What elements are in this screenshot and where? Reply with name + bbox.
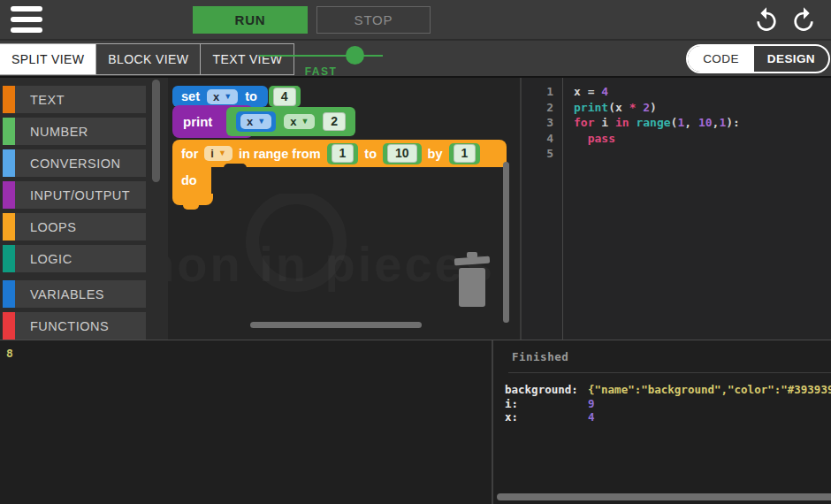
app-window: RUN STOP SPLIT VIEWBLOCK VIEWTEXT VIEW F… — [0, 0, 831, 504]
category-text[interactable]: TEXT — [3, 86, 146, 113]
category-label: FUNCTIONS — [30, 319, 109, 333]
variable-dropdown[interactable]: x▼ — [207, 89, 238, 104]
number-value-block[interactable]: 4 — [269, 86, 301, 107]
code-token: x = — [574, 85, 601, 98]
menu-icon[interactable] — [11, 6, 42, 33]
loop-body-slot[interactable] — [211, 167, 507, 194]
category-functions[interactable]: FUNCTIONS — [3, 312, 146, 340]
variables-horizontal-scrollbar[interactable] — [497, 493, 831, 500]
execution-status: Finished — [493, 350, 831, 363]
line-number: 3 — [522, 115, 562, 131]
dropdown-arrow-icon: ▼ — [218, 149, 226, 157]
view-toolbar: SPLIT VIEWBLOCK VIEWTEXT VIEW FAST CODE … — [0, 41, 831, 78]
number-input[interactable]: 2 — [323, 112, 346, 131]
code-token: in — [615, 116, 636, 129]
redo-icon[interactable] — [789, 6, 818, 34]
code-token: ) — [650, 101, 657, 114]
console-output-panel: 8 — [0, 340, 492, 504]
canvas-vertical-scrollbar[interactable] — [503, 162, 509, 323]
category-variables[interactable]: VARIABLES — [3, 280, 146, 308]
speed-slider-knob[interactable] — [346, 46, 364, 65]
number-input[interactable]: 10 — [387, 144, 417, 163]
range-by-block[interactable]: 1 — [449, 143, 481, 164]
range-from-block[interactable]: 1 — [327, 143, 359, 164]
category-conversion[interactable]: CONVERSION — [3, 149, 146, 177]
code-line: 4 pass — [522, 131, 831, 147]
code-line: 1 x = 4 — [522, 84, 831, 100]
block-canvas[interactable]: python in pieces set x▼ to 4 print x▼ x▼… — [168, 78, 522, 340]
speed-label: FAST — [259, 65, 383, 78]
number-input[interactable]: 1 — [454, 144, 476, 163]
variable-dropdown[interactable]: x▼ — [240, 114, 271, 129]
number-input[interactable]: 1 — [332, 144, 355, 163]
speed-slider-track[interactable] — [259, 55, 383, 57]
category-color-strip — [3, 245, 15, 272]
main-split: TEXT NUMBER CONVERSION INPUT/OUTPUT LOOP… — [0, 78, 831, 340]
category-color-strip — [3, 312, 15, 340]
code-text: pass — [562, 131, 615, 147]
dropdown-arrow-icon: ▼ — [224, 93, 232, 101]
dropdown-arrow-icon: ▼ — [301, 118, 309, 126]
console-output: 8 — [6, 347, 13, 360]
category-label: VARIABLES — [30, 287, 104, 302]
set-variable-block[interactable]: set x▼ to 4 — [172, 86, 301, 107]
variable-row: i: 9 — [493, 397, 831, 411]
code-token: 4 — [601, 85, 608, 98]
variable-value: {"name":"background","color":"#393939"} — [588, 383, 831, 397]
mode-design-button[interactable]: DESIGN — [754, 46, 828, 72]
code-token: 10 — [698, 116, 713, 129]
variable-value: 9 — [588, 397, 595, 411]
category-number[interactable]: NUMBER — [3, 118, 146, 145]
code-lines: 1 x = 4 2 print(x * 2) 3 for i in range(… — [522, 84, 831, 162]
variable-name: background: — [505, 383, 588, 397]
category-list: TEXT NUMBER CONVERSION INPUT/OUTPUT LOOP… — [0, 86, 168, 340]
code-token: for — [574, 116, 601, 129]
stop-button[interactable]: STOP — [316, 6, 431, 34]
canvas-horizontal-scrollbar[interactable] — [250, 322, 422, 328]
category-label: LOGIC — [30, 252, 72, 266]
view-tab-block-view[interactable]: BLOCK VIEW — [96, 44, 201, 74]
category-loops[interactable]: LOOPS — [3, 213, 146, 241]
view-tab-split-view[interactable]: SPLIT VIEW — [0, 44, 96, 74]
line-number: 5 — [522, 146, 562, 162]
code-token: * — [629, 101, 644, 114]
line-number: 1 — [522, 84, 562, 100]
trash-icon[interactable] — [453, 251, 492, 308]
for-loop-block[interactable]: for i▼ in range from 1 to 10 by 1 do — [172, 140, 507, 205]
undo-icon[interactable] — [752, 6, 781, 34]
mode-code-button[interactable]: CODE — [688, 46, 754, 72]
code-token: ): — [726, 116, 740, 129]
variable-row: x: 4 — [493, 410, 831, 424]
category-color-strip — [3, 280, 15, 308]
set-to-label: to — [245, 89, 257, 103]
category-logic[interactable]: LOGIC — [3, 245, 146, 272]
code-editor[interactable]: 1 x = 4 2 print(x * 2) 3 for i in range(… — [522, 78, 831, 340]
operator-dropdown[interactable]: x▼ — [284, 114, 315, 129]
mode-toggle: CODE DESIGN — [686, 44, 830, 73]
variables-panel: Finished background: {"name":"background… — [493, 340, 831, 504]
variable-name: i: — [505, 397, 588, 411]
set-keyword: set — [181, 89, 200, 103]
multiply-expression-block[interactable]: x▼ x▼ 2 — [226, 107, 355, 136]
line-number: 2 — [522, 100, 562, 116]
for-keyword: for — [181, 147, 198, 161]
range-to-block[interactable]: 10 — [383, 143, 422, 164]
speed-slider: FAST — [259, 46, 383, 78]
code-token: x — [615, 101, 629, 114]
code-text — [562, 146, 574, 162]
category-color-strip — [3, 149, 15, 177]
number-input[interactable]: 4 — [273, 88, 296, 106]
loop-variable-dropdown[interactable]: i▼ — [204, 146, 233, 161]
category-color-strip — [3, 181, 15, 209]
code-line: 2 print(x * 2) — [522, 100, 831, 116]
code-token: pass — [588, 132, 615, 145]
run-button[interactable]: RUN — [193, 6, 308, 34]
variable-value: 4 — [588, 410, 595, 424]
code-token: i — [601, 116, 615, 129]
variable-block[interactable]: x▼ — [236, 111, 276, 132]
category-input-output[interactable]: INPUT/OUTPUT — [3, 181, 146, 209]
category-label: LOOPS — [30, 220, 76, 234]
sidebar-scrollbar[interactable] — [152, 80, 160, 182]
print-keyword: print — [183, 114, 212, 129]
bottom-panels: 8 Finished background: {"name":"backgrou… — [0, 340, 831, 504]
